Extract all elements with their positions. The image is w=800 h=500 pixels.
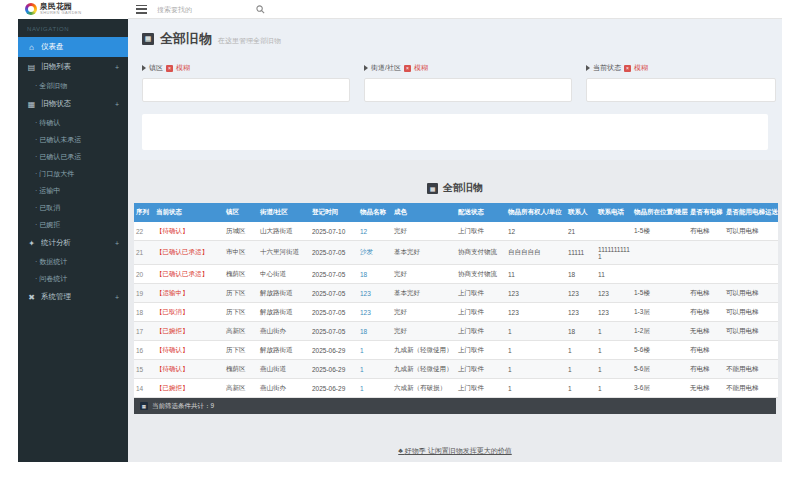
table-cell: 1 [506, 322, 566, 341]
search-icon[interactable] [256, 5, 265, 14]
table-cell: 不能用电梯 [724, 360, 778, 379]
table-cell: 燕山街道 [258, 360, 310, 379]
table-cell: 11 [596, 265, 632, 284]
clear-filter-icon[interactable]: × [404, 65, 411, 72]
table-cell: 20 [134, 265, 154, 284]
table-cell: 1-2层 [632, 322, 688, 341]
search-input[interactable] [157, 6, 242, 13]
clear-filter-icon[interactable]: × [166, 65, 173, 72]
item-name-link[interactable]: 1 [358, 360, 392, 379]
sidebar-item-2[interactable]: ▦旧物状态+ [18, 94, 128, 114]
table-cell [688, 265, 724, 284]
table-cell: 燕山街办 [258, 322, 310, 341]
column-header[interactable]: 是否有电梯 [688, 203, 724, 222]
table-row: 20【已确认已承运】槐荫区中心街道2025-07-0518完好协商支付物流111… [134, 265, 778, 284]
table-cell: 完好 [392, 265, 456, 284]
column-header[interactable]: 配送状态 [456, 203, 506, 222]
table-row: 21【已确认已承运】市中区十六里河街道2025-07-05沙发基本完好协商支付物… [134, 241, 778, 265]
table-cell: 基本完好 [392, 241, 456, 265]
sidebar-subitem[interactable]: 全部旧物 [18, 77, 128, 94]
column-header[interactable]: 物品所在位置/楼层 [632, 203, 688, 222]
sidebar-subitem[interactable]: 已确认已承运 [18, 148, 128, 165]
table-cell: 1-3层 [632, 303, 688, 322]
column-header[interactable]: 成色 [392, 203, 456, 222]
table-cell: 十六里河街道 [258, 241, 310, 265]
fuzzy-toggle[interactable]: 模糊 [176, 63, 190, 73]
sidebar-subitem[interactable]: 已取消 [18, 199, 128, 216]
column-header[interactable]: 登记时间 [310, 203, 358, 222]
column-header[interactable]: 是否能用电梯运送 [724, 203, 778, 222]
table-cell: 可以用电梯 [724, 284, 778, 303]
table-cell: 有电梯 [688, 222, 724, 241]
sidebar-item-4[interactable]: ✖系统管理+ [18, 287, 128, 307]
sidebar-item-3[interactable]: ✦统计分析+ [18, 233, 128, 253]
column-header[interactable]: 联系电话 [596, 203, 632, 222]
column-header[interactable]: 镇区 [224, 203, 258, 222]
item-name-link[interactable]: 18 [358, 322, 392, 341]
caret-right-icon[interactable] [586, 65, 590, 71]
column-header[interactable]: 当前状态 [154, 203, 224, 222]
column-header[interactable]: 物品名称 [358, 203, 392, 222]
table-cell [632, 265, 688, 284]
table-cell: 123 [596, 284, 632, 303]
hamburger-menu-icon[interactable] [136, 5, 147, 14]
filter-town-input[interactable] [142, 78, 350, 102]
sidebar-subitem[interactable]: 数据统计 [18, 253, 128, 270]
table-cell: 槐荫区 [224, 265, 258, 284]
sidebar-item-1[interactable]: ▤旧物列表+ [18, 57, 128, 77]
filter-status-label: 当前状态 × 模糊 [586, 63, 776, 73]
table-cell: 基本完好 [392, 284, 456, 303]
main-content: ▦ 全部旧物 在这里管理全部旧物 镇区 × 模糊 街道/社区 × 模糊 [128, 19, 782, 462]
filter-town-label: 镇区 × 模糊 [142, 63, 350, 73]
fuzzy-toggle[interactable]: 模糊 [414, 63, 428, 73]
table-cell: 【已取消】 [154, 303, 224, 322]
sidebar-subitem[interactable]: 待确认 [18, 114, 128, 131]
page-header: ▦ 全部旧物 在这里管理全部旧物 [142, 30, 768, 48]
page-title: 全部旧物 [160, 30, 212, 48]
sidebar-subitem[interactable]: 运输中 [18, 182, 128, 199]
caret-right-icon[interactable] [142, 65, 146, 71]
sidebar-item-0[interactable]: ⌂仪表盘 [18, 37, 128, 57]
item-name-link[interactable]: 123 [358, 303, 392, 322]
item-name-link[interactable]: 18 [358, 265, 392, 284]
table-cell: 【已婉拒】 [154, 322, 224, 341]
logo-icon [25, 3, 37, 15]
item-name-link[interactable]: 12 [358, 222, 392, 241]
sidebar-subitem[interactable]: 已婉拒 [18, 216, 128, 233]
table-cell: 完好 [392, 222, 456, 241]
fuzzy-toggle[interactable]: 模糊 [634, 63, 648, 73]
table-cell: 2025-07-05 [310, 241, 358, 265]
table-cell: 5-6层 [632, 360, 688, 379]
home-icon: ⌂ [27, 43, 36, 52]
table-cell: 3-6层 [632, 379, 688, 398]
table-cell: 【已婉拒】 [154, 379, 224, 398]
table-cell: 2025-06-29 [310, 341, 358, 360]
settings-icon: ✖ [27, 293, 36, 302]
table-cell: 【待确认】 [154, 341, 224, 360]
table-cell: 16 [134, 341, 154, 360]
expand-plus-icon: + [115, 101, 119, 108]
caret-right-icon[interactable] [364, 65, 368, 71]
filter-status-input[interactable] [586, 78, 776, 102]
item-name-link[interactable]: 1 [358, 341, 392, 360]
table-cell: 1 [596, 341, 632, 360]
table-cell: 123 [506, 303, 566, 322]
item-name-link[interactable]: 沙发 [358, 241, 392, 265]
clear-filter-icon[interactable]: × [624, 65, 631, 72]
sidebar-subitem[interactable]: 门口放大件 [18, 165, 128, 182]
column-header[interactable]: 物品所有权人/单位 [506, 203, 566, 222]
item-name-link[interactable]: 123 [358, 284, 392, 303]
sidebar-section-label: NAVIGATION [18, 19, 128, 37]
sidebar-subitem[interactable]: 问卷统计 [18, 270, 128, 287]
filter-street-input[interactable] [364, 78, 572, 102]
column-header[interactable]: 街道/社区 [258, 203, 310, 222]
table-cell: 燕山街办 [258, 379, 310, 398]
table-section: ▦ 全部旧物 序列当前状态镇区街道/社区登记时间物品名称成色配送状态物品所有权人… [128, 160, 782, 462]
table-cell: 解放路街道 [258, 303, 310, 322]
table-cell: 18 [566, 265, 596, 284]
table-cell [632, 241, 688, 265]
column-header[interactable]: 序列 [134, 203, 154, 222]
column-header[interactable]: 联系人 [566, 203, 596, 222]
item-name-link[interactable]: 1 [358, 379, 392, 398]
sidebar-subitem[interactable]: 已确认未承运 [18, 131, 128, 148]
